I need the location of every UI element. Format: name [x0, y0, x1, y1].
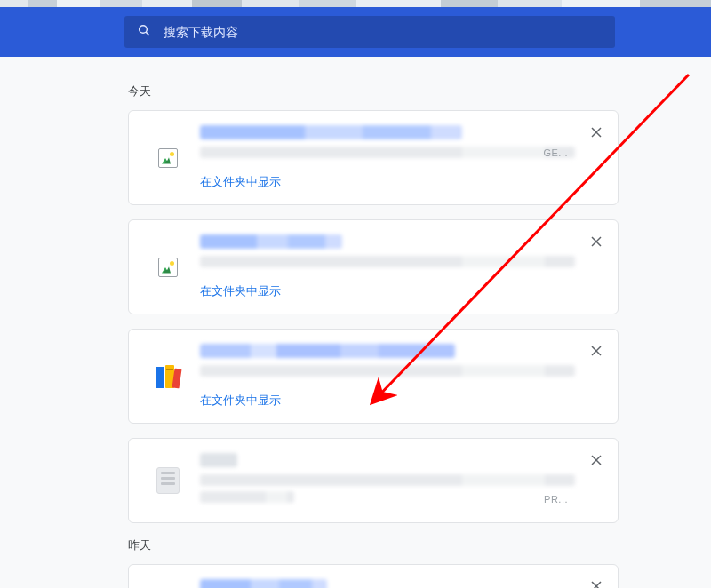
file-thumbnail — [143, 125, 193, 190]
search-input[interactable] — [164, 25, 603, 39]
download-item: GE... 在文件夹中显示 — [128, 110, 619, 205]
svg-line-1 — [146, 32, 148, 35]
download-path-blurred — [200, 474, 575, 486]
remove-button[interactable] — [587, 577, 605, 588]
file-thumbnail — [143, 234, 193, 299]
close-icon — [591, 127, 602, 138]
show-in-folder-link[interactable]: 在文件夹中显示 — [200, 283, 575, 299]
section-label-yesterday: 昨天 — [128, 537, 711, 553]
search-bar[interactable] — [124, 16, 615, 48]
show-in-folder-link[interactable]: 在文件夹中显示 — [200, 174, 575, 190]
path-suffix: PR... — [544, 494, 568, 505]
path-suffix: GE... — [543, 147, 568, 158]
image-file-icon — [158, 258, 178, 277]
download-path-blurred — [200, 256, 575, 267]
download-title-blurred[interactable] — [200, 125, 462, 139]
close-icon — [591, 236, 602, 247]
archive-file-icon — [156, 365, 180, 388]
search-icon — [137, 23, 151, 41]
remove-button[interactable] — [587, 342, 605, 360]
downloads-header — [0, 7, 711, 57]
remove-button[interactable] — [587, 451, 605, 469]
close-icon — [591, 346, 602, 356]
image-file-icon — [158, 148, 178, 168]
remove-button[interactable] — [587, 233, 605, 250]
download-path-blurred — [200, 491, 294, 503]
show-in-folder-link[interactable]: 在文件夹中显示 — [200, 393, 575, 409]
browser-tab-strip-cropped — [0, 0, 711, 7]
generic-file-icon — [156, 467, 180, 494]
download-item: 在文件夹中显示 — [128, 329, 619, 424]
download-title-blurred[interactable] — [200, 234, 342, 249]
download-item: 在文件夹中显示 — [128, 219, 619, 314]
file-thumbnail — [143, 453, 193, 508]
svg-point-0 — [140, 26, 148, 34]
downloads-list-container: 今天 GE... 在文件夹中显示 在文件夹中显示 — [0, 57, 711, 588]
download-title-blurred[interactable] — [200, 579, 327, 588]
download-title-blurred[interactable] — [200, 453, 237, 467]
close-icon — [591, 455, 602, 465]
download-item: PR... — [128, 438, 619, 523]
download-item — [128, 564, 619, 588]
file-thumbnail — [143, 344, 193, 409]
download-path-blurred — [200, 147, 575, 158]
section-label-today: 今天 — [128, 83, 711, 99]
file-thumbnail — [143, 579, 193, 588]
download-title-blurred[interactable] — [200, 344, 455, 358]
remove-button[interactable] — [587, 123, 605, 141]
close-icon — [591, 581, 602, 588]
download-path-blurred — [200, 365, 575, 377]
